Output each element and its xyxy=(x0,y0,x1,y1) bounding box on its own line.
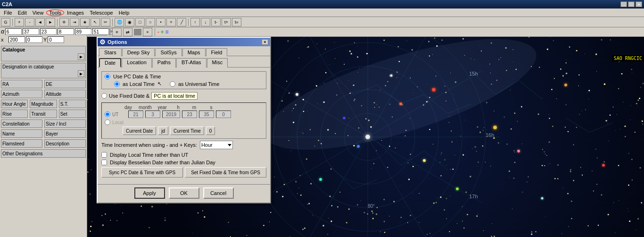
cancel-button[interactable]: Cancel xyxy=(203,187,234,199)
alpha-s1-input[interactable] xyxy=(40,28,57,35)
alpha-h-input[interactable] xyxy=(5,28,22,35)
tool-btn-circle[interactable]: ○ xyxy=(146,18,155,26)
use-fixed-date-label: Use Fixed Date & xyxy=(109,93,149,99)
tool-btn-zoom-in[interactable]: + xyxy=(15,18,24,26)
ut-row-radio[interactable] xyxy=(105,111,110,117)
rise-transit-set-row: Rise Transit Set xyxy=(1,110,86,118)
tab-field[interactable]: Field xyxy=(206,48,228,56)
dialog-title: ⚙ Options xyxy=(99,38,127,46)
tool-btn-t3[interactable]: t= xyxy=(232,18,241,26)
tool-btn-tab[interactable]: ⇥ xyxy=(70,18,79,26)
dialog-title-text: Options xyxy=(107,39,127,45)
m-input[interactable] xyxy=(199,110,214,118)
magnitude-label: Magnitude xyxy=(31,102,53,107)
tool-btn-map[interactable]: ◉ xyxy=(125,18,134,26)
tool-btn-globe[interactable]: 🌐 xyxy=(115,18,124,26)
tool-btn-rect[interactable]: □ xyxy=(135,18,145,26)
dialog-tab-row-1: Stars Deep Sky SolSys Maps Field xyxy=(98,46,270,56)
menu-view[interactable]: View xyxy=(30,9,47,16)
tool-btn-plus[interactable]: + xyxy=(166,18,176,26)
tool-btn-t2[interactable]: t+ xyxy=(222,18,231,26)
use-pc-date-radio[interactable] xyxy=(105,74,110,79)
x-input-1[interactable] xyxy=(8,36,25,43)
y-input[interactable] xyxy=(48,36,64,43)
tab-paths[interactable]: Paths xyxy=(152,58,176,68)
local-row-radio[interactable] xyxy=(105,119,110,125)
jd-button[interactable]: jd xyxy=(158,127,168,135)
tab-solsys[interactable]: SolSys xyxy=(155,48,182,56)
dialog-close-button[interactable]: × xyxy=(262,39,268,45)
time-increment-dropdown[interactable]: Hour xyxy=(200,141,233,149)
ha-mag-row: Hour Angle Magnitude S.T. xyxy=(1,100,86,108)
local-time-radio[interactable] xyxy=(114,81,120,87)
rise-label: Rise xyxy=(2,111,12,117)
tool-btn-line[interactable]: ╱ xyxy=(177,18,186,26)
bayer-label: Bayer xyxy=(46,131,58,136)
besselian-checkbox[interactable] xyxy=(101,160,107,165)
menu-telescope[interactable]: Telescope xyxy=(87,9,116,16)
tool-btn-dot[interactable]: • xyxy=(156,18,165,26)
tool-btn-zoom-out[interactable]: - xyxy=(25,18,34,26)
menu-bar: File Edit View Tools Images Telescope He… xyxy=(0,8,644,17)
tab-bt-atlas[interactable]: BT-Atlas xyxy=(176,58,206,68)
month-input[interactable] xyxy=(145,110,160,118)
tool-btn-prev[interactable]: ◄ xyxy=(35,18,45,26)
x-input-2[interactable] xyxy=(26,36,42,43)
alpha-symbol: α xyxy=(1,28,4,35)
designation-btn[interactable]: ▶ xyxy=(78,70,84,77)
ut-radio[interactable] xyxy=(170,81,175,87)
menu-images[interactable]: Images xyxy=(64,9,87,16)
catalogue-btn[interactable]: ▶ xyxy=(78,53,84,60)
maximize-button[interactable]: □ xyxy=(628,1,635,7)
tool-btn-up[interactable]: ↑ xyxy=(190,18,200,26)
apply-button[interactable]: Apply xyxy=(134,187,165,199)
zero-button[interactable]: 0 xyxy=(206,127,215,135)
close-button[interactable]: × xyxy=(636,1,642,7)
alpha-s2-input[interactable] xyxy=(58,28,74,35)
menu-tools[interactable]: Tools xyxy=(46,9,64,16)
tab-stars[interactable]: Stars xyxy=(99,48,122,56)
title-bar: C2A _ □ × xyxy=(0,0,644,8)
tab-maps[interactable]: Maps xyxy=(182,48,206,56)
local-time-checkbox[interactable] xyxy=(101,152,107,158)
toolbar-sep-4 xyxy=(188,18,189,26)
current-date-button[interactable]: Current Date xyxy=(123,127,156,135)
local-time-label: as Local Time xyxy=(123,81,155,87)
tool-btn-t1[interactable]: t- xyxy=(211,18,221,26)
name-label: Name xyxy=(2,131,15,136)
tool-btn-star[interactable]: ★ xyxy=(80,18,90,26)
day-col-hdr: day xyxy=(121,105,136,110)
current-time-button[interactable]: Current Time xyxy=(170,127,204,135)
use-pc-date-row: Use PC Date & Time xyxy=(105,74,263,79)
options-dialog: ⚙ Options × Stars Deep Sky SolSys Maps F… xyxy=(97,37,271,203)
tab-location[interactable]: Location xyxy=(122,58,152,68)
tab-misc[interactable]: Misc xyxy=(207,58,228,68)
tool-btn-1[interactable]: G xyxy=(1,18,10,26)
tool-btn-cut[interactable]: ✂ xyxy=(101,18,110,26)
dialog-content: Use PC Date & Time as Local Time ↖ as Un… xyxy=(98,68,270,184)
menu-help[interactable]: Help xyxy=(116,9,132,16)
h-input[interactable] xyxy=(182,110,197,118)
local-time-checkbox-row: Display Local Time rather than UT xyxy=(101,152,266,158)
ok-button[interactable]: OK xyxy=(169,187,199,199)
tool-btn-down[interactable]: ↓ xyxy=(201,18,210,26)
tool-btn-cursor[interactable]: ↖ xyxy=(91,18,100,26)
s-input[interactable] xyxy=(216,110,231,118)
toolbar-sep-2 xyxy=(57,18,58,26)
set-fixed-gps-button[interactable]: Set Fixed Date & Time from GPS xyxy=(185,167,266,178)
menu-edit[interactable]: Edit xyxy=(15,9,30,16)
dialog-title-bar: ⚙ Options × xyxy=(98,38,270,46)
sync-gps-button[interactable]: Sync PC Date & Time with GPS xyxy=(101,167,183,178)
day-input[interactable] xyxy=(128,110,143,118)
tab-date[interactable]: Date xyxy=(99,58,121,68)
menu-file[interactable]: File xyxy=(1,9,15,16)
description-label: Description xyxy=(46,141,69,146)
year-input[interactable] xyxy=(162,110,180,118)
tool-btn-next[interactable]: ► xyxy=(46,18,55,26)
left-panel: α ? x Y Catalogue ▶ Designation in catal… xyxy=(0,27,87,237)
tool-btn-cross[interactable]: ✛ xyxy=(59,18,69,26)
tab-deep-sky[interactable]: Deep Sky xyxy=(122,48,155,56)
minimize-button[interactable]: _ xyxy=(620,1,627,7)
alpha-m-input[interactable] xyxy=(23,28,39,35)
use-fixed-date-radio[interactable] xyxy=(101,93,107,99)
